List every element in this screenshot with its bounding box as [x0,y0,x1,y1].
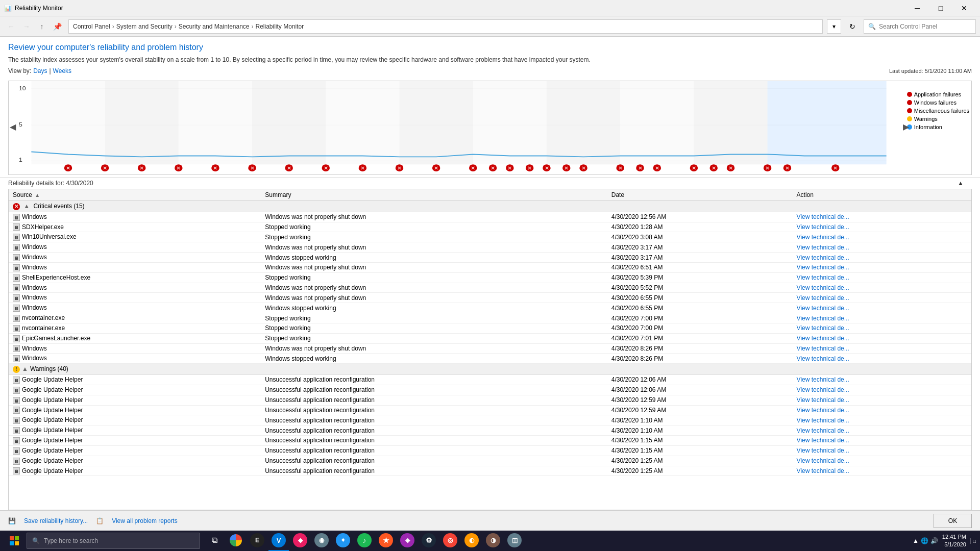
cell-action[interactable]: View technical de... [793,283,971,293]
cell-source: 🖥ShellExperienceHost.exe [9,272,261,283]
cell-action[interactable]: View technical de... [793,293,971,303]
taskbar-spotify[interactable]: ♪ [354,531,375,551]
save-history-link[interactable]: Save reliability history... [24,517,88,524]
ok-button[interactable]: OK [934,514,972,528]
taskbar-app5[interactable]: ◆ [290,531,310,551]
cell-action[interactable]: View technical de... [793,222,971,232]
taskbar-epic[interactable]: E [247,531,267,551]
view-technical-link[interactable]: View technical de... [797,355,849,362]
weeks-link[interactable]: Weeks [53,67,71,74]
cell-action[interactable]: View technical de... [793,436,971,446]
view-technical-link[interactable]: View technical de... [797,457,849,464]
source-icon: 🖥 [13,355,20,362]
source-icon: 🖥 [13,284,20,291]
view-technical-link[interactable]: View technical de... [797,345,849,352]
view-technical-link[interactable]: View technical de... [797,324,849,332]
taskbar-search[interactable]: 🔍 Type here to search [27,533,200,549]
cell-action[interactable]: View technical de... [793,212,971,222]
cell-action[interactable]: View technical de... [793,262,971,272]
taskbar-chrome[interactable] [226,531,246,551]
view-technical-link[interactable]: View technical de... [797,264,849,271]
cell-action[interactable]: View technical de... [793,466,971,476]
view-technical-link[interactable]: View technical de... [797,335,849,342]
cell-action[interactable]: View technical de... [793,425,971,436]
cell-action[interactable]: View technical de... [793,445,971,456]
taskbar-task-view[interactable]: ⧉ [204,531,225,551]
chart-nav-left[interactable]: ◀ [10,122,16,132]
search-input[interactable] [879,23,971,30]
collapse-critical[interactable]: ▲ [23,203,30,210]
view-technical-link[interactable]: View technical de... [797,234,849,241]
close-button[interactable]: ✕ [952,0,976,16]
view-technical-link[interactable]: View technical de... [797,244,849,251]
tray-network[interactable]: 🌐 [921,537,928,544]
view-technical-link[interactable]: View technical de... [797,437,849,444]
address-dropdown-button[interactable]: ▾ [827,19,841,34]
taskbar-app9[interactable]: ★ [376,531,396,551]
tray-volume[interactable]: 🔊 [930,537,938,544]
view-technical-link[interactable]: View technical de... [797,284,849,291]
cell-action[interactable]: View technical de... [793,272,971,283]
sort-source[interactable]: ▲ [35,192,40,198]
cell-action[interactable]: View technical de... [793,343,971,354]
view-technical-link[interactable]: View technical de... [797,407,849,414]
refresh-button[interactable]: ↻ [845,19,860,34]
up-button[interactable]: ↑ [35,19,49,34]
view-technical-link[interactable]: View technical de... [797,417,849,424]
taskbar-app6[interactable]: ◉ [311,531,332,551]
taskbar-app14[interactable]: ◑ [483,531,503,551]
taskbar-vscode[interactable]: V [268,531,289,551]
view-technical-link[interactable]: View technical de... [797,447,849,454]
view-technical-link[interactable]: View technical de... [797,386,849,393]
cell-action[interactable]: View technical de... [793,232,971,242]
cell-action[interactable]: View technical de... [793,323,971,333]
days-link[interactable]: Days [33,67,47,74]
view-technical-link[interactable]: View technical de... [797,315,849,322]
view-technical-link[interactable]: View technical de... [797,376,849,383]
view-all-link[interactable]: View all problem reports [112,517,178,524]
back-button[interactable]: ← [4,19,18,34]
minimize-button[interactable]: ─ [905,0,929,16]
chart-nav-right[interactable]: ▶ [903,122,909,132]
details-table-container[interactable]: Source ▲ Summary Date Action ✕ ▲ Critica… [8,189,972,510]
cell-action[interactable]: View technical de... [793,313,971,323]
view-technical-link[interactable]: View technical de... [797,427,849,434]
legend-dot-warn [907,116,912,121]
view-technical-link[interactable]: View technical de... [797,467,849,474]
view-technical-link[interactable]: View technical de... [797,213,849,220]
taskbar-app7[interactable]: ✦ [333,531,353,551]
cell-action[interactable]: View technical de... [793,375,971,385]
cell-source: 🖥Google Update Helper [9,415,261,425]
show-desktop[interactable]: □ [970,538,976,544]
view-technical-link[interactable]: View technical de... [797,396,849,404]
tray-expand[interactable]: ▲ [913,537,919,544]
cell-action[interactable]: View technical de... [793,303,971,313]
taskbar-app13[interactable]: ◐ [461,531,482,551]
scroll-up-arrow[interactable]: ▲ [958,180,964,187]
maximize-button[interactable]: □ [929,0,952,16]
view-technical-link[interactable]: View technical de... [797,294,849,302]
view-technical-link[interactable]: View technical de... [797,305,849,312]
cell-action[interactable]: View technical de... [793,395,971,405]
taskbar-app12[interactable]: ◎ [440,531,460,551]
cell-action[interactable]: View technical de... [793,405,971,415]
taskbar-app10[interactable]: ◈ [397,531,418,551]
view-technical-link[interactable]: View technical de... [797,254,849,261]
forward-button[interactable]: → [19,19,34,34]
cell-action[interactable]: View technical de... [793,242,971,253]
view-technical-link[interactable]: View technical de... [797,274,849,281]
start-button[interactable] [4,531,24,551]
cell-action[interactable]: View technical de... [793,385,971,395]
system-clock[interactable]: 12:41 PM 5/1/2020 [942,533,966,549]
cell-action[interactable]: View technical de... [793,354,971,364]
pin-button[interactable]: 📌 [50,19,64,34]
cell-action[interactable]: View technical de... [793,333,971,343]
cell-action[interactable]: View technical de... [793,253,971,263]
cell-action[interactable]: View technical de... [793,415,971,425]
collapse-warnings[interactable]: ▲ [22,365,28,372]
stability-chart[interactable]: 10 5 1 ✕ ✕ ✕ [8,81,972,175]
cell-action[interactable]: View technical de... [793,456,971,466]
view-technical-link[interactable]: View technical de... [797,223,849,231]
taskbar-app15[interactable]: ◫ [504,531,525,551]
taskbar-app11[interactable]: ⚙ [419,531,439,551]
